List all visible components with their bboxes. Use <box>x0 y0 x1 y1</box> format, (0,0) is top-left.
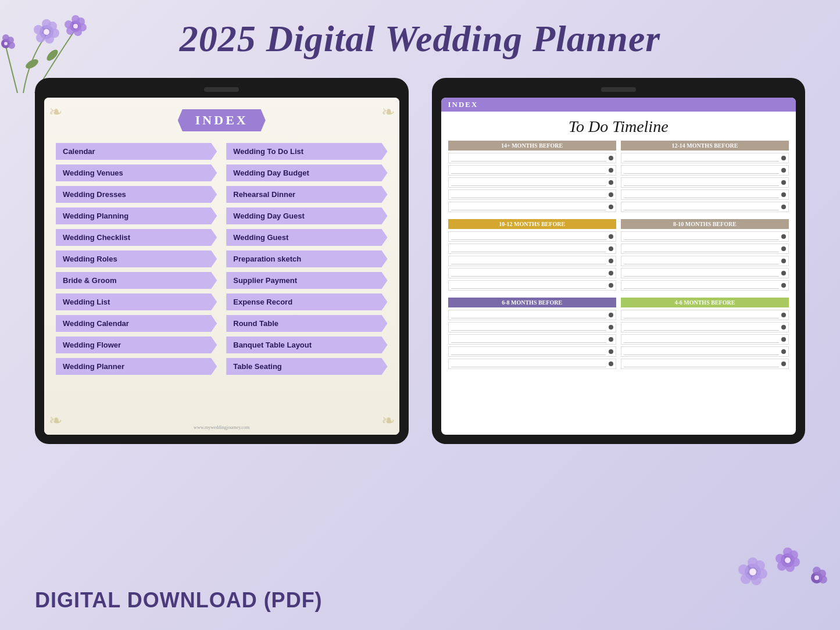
timeline-line-text <box>624 360 779 367</box>
index-item: Wedding To Do List <box>226 143 387 160</box>
index-item: Wedding Day Budget <box>226 164 387 181</box>
timeline-line-text <box>451 203 606 210</box>
timeline-dot <box>609 361 613 366</box>
timeline-line <box>448 280 616 291</box>
timeline-line-text <box>451 233 606 240</box>
timeline-line-text <box>451 167 606 174</box>
timeline-line <box>621 346 789 357</box>
timeline-section-header: 4-6 MONTHS BEFORE <box>621 298 789 307</box>
corner-decor-br: ❧ <box>381 411 395 430</box>
timeline-line-text <box>624 348 779 355</box>
timeline-line-text <box>451 324 606 331</box>
timeline-line <box>621 189 789 200</box>
svg-point-35 <box>785 563 795 572</box>
timeline-dot <box>781 156 786 160</box>
timeline-dot <box>609 337 613 342</box>
timeline-line <box>448 310 616 320</box>
timeline-section-header: 6-8 MONTHS BEFORE <box>448 298 616 307</box>
timeline-line <box>448 244 616 254</box>
index-title: INDEX <box>178 109 266 131</box>
timeline-line <box>448 256 616 266</box>
timeline-line-text <box>624 282 779 289</box>
timeline-line <box>448 334 616 345</box>
timeline-line <box>448 165 616 176</box>
timeline-dot <box>781 234 786 239</box>
timeline-line <box>621 244 789 254</box>
svg-point-33 <box>789 550 798 560</box>
timeline-section-left: 6-8 MONTHS BEFORE <box>448 298 616 369</box>
timeline-dot <box>609 180 613 185</box>
timeline-line-text <box>451 191 606 198</box>
index-item: Wedding Flower <box>56 337 217 353</box>
timeline-dot <box>781 259 786 263</box>
timeline-line-text <box>451 360 606 367</box>
timeline-section-header: 12-14 MONTHS BEFORE <box>621 141 789 151</box>
index-item: Wedding Roles <box>56 250 217 267</box>
timeline-line-text <box>451 270 606 277</box>
website-text: www.myweddingjourney.com <box>194 425 249 430</box>
page-title: 2025 Digital Wedding Planner <box>0 0 840 60</box>
timeline-dot <box>609 234 613 239</box>
index-item: Expense Record <box>226 293 387 310</box>
timeline-line <box>448 268 616 278</box>
timeline-line-text <box>624 270 779 277</box>
timeline-lines <box>621 231 789 291</box>
svg-point-40 <box>813 567 821 575</box>
svg-point-37 <box>775 554 785 563</box>
left-tablet: ❧ ❧ ❧ ❧ INDEX CalendarWedding VenuesWedd… <box>35 78 409 444</box>
timeline-row: 14+ MONTHS BEFORE12-14 MONTHS BEFORE <box>448 141 789 212</box>
timeline-line-text <box>624 167 779 174</box>
timeline-line-text <box>624 191 779 198</box>
timeline-dot <box>609 259 613 263</box>
todo-index-label: INDEX <box>441 98 796 112</box>
timeline-dot <box>609 168 613 173</box>
timeline-dot <box>609 325 613 330</box>
index-item: Wedding Venues <box>56 164 217 181</box>
timeline-line <box>448 202 616 212</box>
index-item: Wedding Dresses <box>56 186 217 203</box>
svg-point-24 <box>748 557 758 568</box>
timeline-line-text <box>624 257 779 264</box>
index-item: Wedding Planner <box>56 358 217 375</box>
timeline-line <box>448 231 616 242</box>
svg-point-36 <box>777 561 787 571</box>
index-item: Rehearsal Dinner <box>226 186 387 203</box>
timeline-grid: 14+ MONTHS BEFORE12-14 MONTHS BEFORE10-1… <box>441 141 796 382</box>
svg-point-42 <box>819 575 827 584</box>
timeline-line <box>621 165 789 176</box>
timeline-row: 10-12 MONTHS BEFORE8-10 MONTHS BEFORE <box>448 219 789 291</box>
index-item: Table Seating <box>226 358 387 375</box>
timeline-section-right: 12-14 MONTHS BEFORE <box>621 141 789 212</box>
timeline-dot <box>781 246 786 251</box>
svg-point-32 <box>783 547 792 557</box>
svg-point-34 <box>791 557 800 567</box>
svg-point-30 <box>749 568 756 575</box>
timeline-section-left: 14+ MONTHS BEFORE <box>448 141 616 212</box>
index-columns: CalendarWedding VenuesWedding DressesWed… <box>56 143 388 375</box>
timeline-dot <box>781 168 786 173</box>
timeline-line <box>621 177 789 188</box>
timeline-line-text <box>451 155 606 162</box>
timeline-line-text <box>451 348 606 355</box>
svg-point-26 <box>757 568 767 579</box>
timeline-dot <box>609 349 613 354</box>
timeline-dot <box>609 313 613 317</box>
tablets-container: ❧ ❧ ❧ ❧ INDEX CalendarWedding VenuesWedd… <box>0 66 840 444</box>
timeline-lines <box>448 310 616 369</box>
index-item: Calendar <box>56 143 217 160</box>
timeline-dot <box>609 192 613 197</box>
svg-point-23 <box>745 564 761 580</box>
timeline-section-header: 14+ MONTHS BEFORE <box>448 141 616 151</box>
timeline-line <box>448 359 616 369</box>
timeline-line-text <box>451 336 606 343</box>
timeline-section-right: 4-6 MONTHS BEFORE <box>621 298 789 369</box>
flower-bottom-right-decoration <box>735 537 834 613</box>
timeline-dot <box>781 337 786 342</box>
index-item: Wedding Day Guest <box>226 207 387 224</box>
timeline-line <box>448 189 616 200</box>
timeline-line <box>621 231 789 242</box>
timeline-line-text <box>451 312 606 318</box>
bottom-download-text: DIGITAL DOWNLOAD (PDF) <box>35 588 323 613</box>
timeline-line-text <box>624 245 779 252</box>
svg-point-43 <box>814 575 819 580</box>
